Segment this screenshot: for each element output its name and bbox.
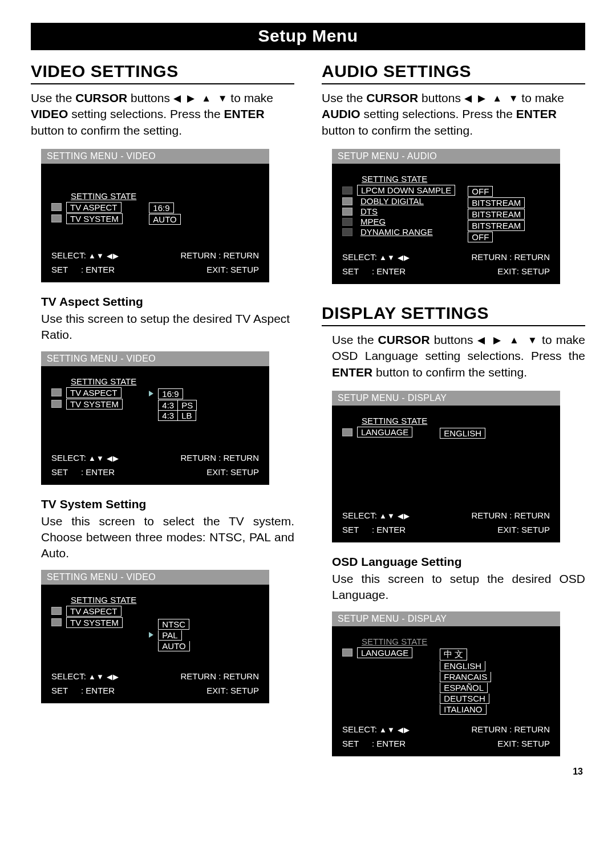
- list-item: MPEG: [357, 217, 389, 226]
- osd-language-heading: OSD Language Setting: [332, 555, 585, 569]
- value-box: 16:9: [149, 202, 173, 213]
- menu-item-icon: [51, 607, 62, 615]
- list-item: TV SYSTEM: [66, 617, 123, 628]
- left-arrow-icon: ◀: [173, 93, 181, 104]
- tv-aspect-heading: TV Aspect Setting: [41, 295, 294, 309]
- option: PAL: [158, 630, 181, 641]
- setting-state-label: SETTING STATE: [362, 416, 427, 426]
- tv-system-text: Use this screen to select the TV system.…: [41, 513, 294, 562]
- tv-aspect-text: Use this screen to setup the desired TV …: [41, 311, 294, 343]
- right-arrow-icon: ▶: [187, 93, 194, 104]
- video-panel-aspect: SETTING MENU - VIDEO SETTING STATE TV AS…: [41, 351, 269, 485]
- option: NTSC: [158, 619, 189, 630]
- list-item: LANGUAGE: [357, 427, 412, 437]
- option: DEUTSCH: [440, 694, 489, 704]
- option: FRANCAIS: [440, 672, 491, 682]
- value-box: BITSTREAM: [468, 197, 525, 208]
- list-item: DOBLY DIGITAL: [357, 196, 427, 206]
- display-panel-1: SETUP MENU - DISPLAY SETTING STATE LANGU…: [332, 391, 560, 542]
- display-settings-heading: DISPLAY SETTINGS: [322, 303, 585, 326]
- list-item: TV ASPECT: [66, 606, 121, 617]
- option: LB: [178, 411, 196, 421]
- video-intro: Use the CURSOR buttons ◀ ▶ ▲ ▼ to make V…: [31, 90, 294, 139]
- osd-title: SETUP MENU - DISPLAY: [332, 611, 560, 626]
- option: ESPAÑOL: [440, 683, 488, 693]
- option: 4:3: [158, 400, 178, 411]
- menu-item-icon: [51, 400, 62, 408]
- audio-settings-heading: AUDIO SETTINGS: [322, 62, 585, 84]
- list-item: TV ASPECT: [51, 202, 136, 213]
- list-item: TV SYSTEM: [66, 399, 123, 410]
- osd-footer: SELECT: ▲▼ ◀▶ RETURN : RETURN SET: ENTER…: [41, 246, 269, 282]
- down-arrow-icon: ▼: [218, 93, 228, 104]
- setting-state-label: SETTING STATE: [71, 595, 136, 605]
- option: PS: [178, 400, 197, 411]
- setting-state-label: SETTING STATE: [71, 191, 136, 201]
- menu-item-icon: [342, 649, 352, 657]
- menu-item-icon: [51, 388, 62, 396]
- option: 16:9: [158, 388, 183, 399]
- menu-item-icon: [342, 208, 352, 216]
- video-panel-system: SETTING MENU - VIDEO SETTING STATE TV AS…: [41, 570, 269, 703]
- osd-title: SETTING MENU - VIDEO: [41, 570, 269, 585]
- value-box: OFF: [468, 232, 493, 242]
- setting-state-label: SETTING STATE: [71, 376, 136, 386]
- pointer-icon: [149, 391, 153, 396]
- menu-item-icon: [342, 428, 352, 436]
- osd-title: SETTING MENU - VIDEO: [41, 149, 269, 164]
- page-number: 13: [31, 767, 585, 777]
- option: ENGLISH: [440, 661, 485, 671]
- setup-menu-banner: Setup Menu: [31, 23, 585, 50]
- menu-item-icon: [342, 228, 352, 236]
- value-box: BITSTREAM: [468, 220, 525, 231]
- menu-item-icon: [51, 214, 62, 222]
- display-panel-language: SETUP MENU - DISPLAY SETTING STATE LANGU…: [332, 611, 560, 756]
- up-arrow-icon: ▲: [201, 93, 211, 104]
- option: 4:3: [158, 411, 178, 421]
- menu-item-icon: [342, 187, 352, 195]
- list-item: DTS: [357, 206, 381, 216]
- pointer-icon: [149, 632, 153, 638]
- list-item: LPCM DOWN SAMPLE: [357, 185, 455, 196]
- osd-title: SETUP MENU - DISPLAY: [332, 391, 560, 406]
- value-box: ENGLISH: [440, 428, 485, 439]
- menu-item-icon: [51, 618, 62, 626]
- option: AUTO: [158, 641, 189, 651]
- osd-language-text: Use this screen to setup the desired OSD…: [332, 571, 585, 603]
- menu-item-icon: [342, 197, 352, 205]
- video-settings-heading: VIDEO SETTINGS: [31, 62, 294, 84]
- tv-system-heading: TV System Setting: [41, 497, 294, 511]
- display-intro: Use the CURSOR buttons ◀ ▶ ▲ ▼ to make O…: [332, 332, 585, 380]
- list-item: TV ASPECT: [66, 387, 121, 398]
- option: ITALIANO: [440, 704, 486, 715]
- menu-item-icon: [342, 218, 352, 226]
- value-box: AUTO: [149, 214, 180, 225]
- audio-intro: Use the CURSOR buttons ◀ ▶ ▲ ▼ to make A…: [322, 90, 585, 139]
- list-item: DYNAMIC RANGE: [357, 227, 436, 237]
- setting-state-label: SETTING STATE: [362, 637, 427, 646]
- option: 中 文: [440, 649, 467, 661]
- audio-panel: SETUP MENU - AUDIO SETTING STATE LPCM DO…: [332, 149, 560, 284]
- osd-title: SETUP MENU - AUDIO: [332, 149, 560, 164]
- setting-state-label: SETTING STATE: [362, 174, 455, 184]
- value-box: OFF: [468, 186, 493, 197]
- menu-item-icon: [51, 203, 62, 211]
- value-box: BITSTREAM: [468, 209, 525, 220]
- osd-title: SETTING MENU - VIDEO: [41, 351, 269, 366]
- list-item: TV SYSTEM: [51, 213, 136, 224]
- video-panel-1: SETTING MENU - VIDEO SETTING STATE TV AS…: [41, 149, 269, 282]
- list-item: LANGUAGE: [357, 647, 412, 658]
